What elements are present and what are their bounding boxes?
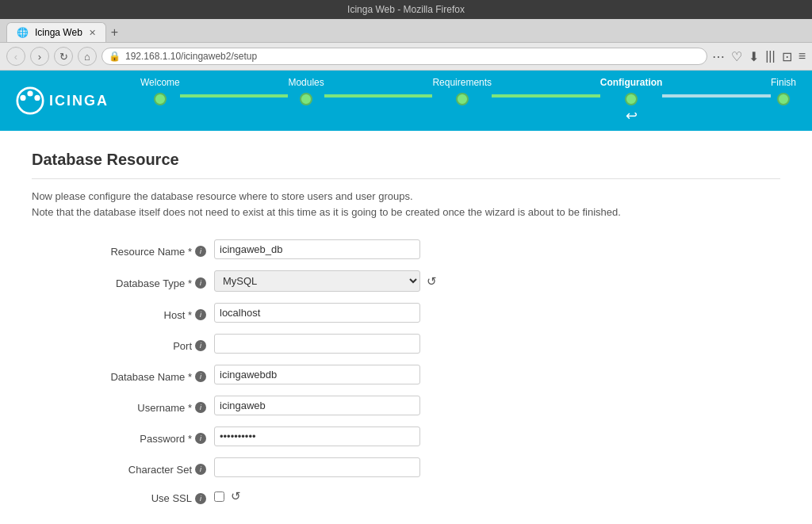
database-resource-form: Resource Name * i Database Type * i MySQ…	[32, 239, 571, 504]
step-welcome-label: Welcome	[140, 77, 180, 88]
host-control	[214, 303, 571, 323]
new-tab-button[interactable]: +	[106, 24, 123, 41]
step-requirements-label: Requirements	[432, 77, 492, 88]
page-title: Database Resource	[32, 151, 780, 179]
password-control	[214, 426, 571, 446]
description-line1: Now please configure the database resour…	[32, 189, 780, 205]
database-type-label: Database Type * i	[32, 270, 206, 292]
step-requirements: Requirements	[432, 77, 492, 105]
step-finish: Finish	[771, 77, 796, 105]
menu-icon[interactable]: ≡	[799, 49, 806, 63]
port-input[interactable]	[214, 334, 420, 354]
password-info-icon[interactable]: i	[195, 433, 206, 444]
step-finish-dot	[777, 93, 790, 105]
logo-text: iCInGA	[49, 93, 109, 109]
page-description: Now please configure the database resour…	[32, 189, 780, 220]
description-line2: Note that the database itself does not n…	[32, 205, 780, 220]
step-connector-4	[662, 94, 771, 98]
database-name-control	[214, 365, 571, 384]
svg-point-2	[27, 90, 33, 96]
port-info-icon[interactable]: i	[195, 340, 206, 351]
username-label: Username * i	[32, 396, 206, 415]
browser-titlebar: Icinga Web - Mozilla Firefox	[0, 0, 812, 19]
step-configuration-arrow: ↩	[626, 107, 638, 124]
step-connector-3	[492, 94, 600, 98]
port-label: Port i	[32, 334, 206, 354]
security-icon: 🔒	[109, 51, 121, 62]
step-configuration-label: Configuration	[600, 77, 663, 88]
database-type-select[interactable]: MySQL PostgreSQL	[214, 270, 420, 292]
character-set-control	[214, 457, 571, 477]
reload-nav-button[interactable]: ↻	[54, 47, 73, 66]
resource-name-input[interactable]	[214, 239, 420, 259]
synced-tabs-icon[interactable]: ⊡	[782, 49, 792, 64]
step-welcome: Welcome	[140, 77, 180, 105]
host-label: Host * i	[32, 303, 206, 323]
resource-name-label: Resource Name * i	[32, 239, 206, 259]
resource-name-control	[214, 239, 571, 259]
database-name-label: Database Name * i	[32, 365, 206, 384]
username-control	[214, 396, 571, 415]
svg-point-1	[20, 95, 25, 101]
username-input[interactable]	[214, 396, 420, 415]
use-ssl-checkbox[interactable]	[214, 491, 224, 502]
step-modules-dot	[300, 93, 312, 105]
use-ssl-refresh-icon[interactable]: ↺	[231, 489, 241, 503]
tab-favicon: 🌐	[17, 27, 29, 38]
main-content: Database Resource Now please configure t…	[0, 131, 812, 524]
database-name-input[interactable]	[214, 365, 420, 384]
step-welcome-dot	[154, 93, 167, 105]
database-type-info-icon[interactable]: i	[195, 277, 206, 289]
browser-actions: ⋯ ♡ ⬇ ||| ⊡ ≡	[712, 49, 806, 64]
host-input[interactable]	[214, 303, 420, 323]
step-connector-1	[180, 94, 289, 98]
character-set-input[interactable]	[214, 457, 420, 477]
bookmarks-library-icon[interactable]: |||	[765, 49, 775, 63]
icinga-logo-icon	[16, 86, 44, 115]
address-bar[interactable]: 🔒 192.168.1.10/icingaweb2/setup	[102, 48, 707, 65]
resource-name-info-icon[interactable]: i	[195, 246, 206, 257]
tab-label: Icinga Web	[35, 27, 82, 38]
use-ssl-control: ↺	[214, 488, 571, 504]
step-connector-2	[324, 94, 433, 98]
database-type-refresh-icon[interactable]: ↺	[427, 274, 437, 289]
download-icon[interactable]: ⬇	[749, 49, 759, 64]
database-type-control: MySQL PostgreSQL ↺	[214, 270, 571, 292]
username-info-icon[interactable]: i	[195, 402, 206, 413]
tab-bar: 🌐 Icinga Web ✕ +	[0, 19, 812, 43]
icinga-nav: iCInGA Welcome Modules Requirements	[0, 71, 812, 131]
back-nav-button[interactable]: ‹	[6, 47, 25, 66]
bookmark-icon[interactable]: ♡	[731, 49, 742, 64]
step-modules-label: Modules	[288, 77, 324, 88]
browser-tab[interactable]: 🌐 Icinga Web ✕	[6, 22, 106, 42]
icinga-header: iCInGA Welcome Modules Requirements	[0, 71, 812, 131]
tab-close-button[interactable]: ✕	[89, 28, 96, 38]
step-requirements-dot	[456, 93, 469, 105]
character-set-info-icon[interactable]: i	[195, 464, 206, 475]
step-modules: Modules	[288, 77, 324, 105]
database-name-info-icon[interactable]: i	[195, 371, 206, 382]
step-configuration-dot	[625, 93, 638, 105]
icinga-logo: iCInGA	[16, 86, 109, 115]
password-input[interactable]	[214, 426, 420, 446]
use-ssl-info-icon[interactable]: i	[195, 493, 206, 504]
url-text: 192.168.1.10/icingaweb2/setup	[125, 51, 257, 62]
step-configuration: Configuration ↩	[600, 77, 663, 124]
step-finish-label: Finish	[771, 77, 796, 88]
forward-nav-button[interactable]: ›	[30, 47, 49, 66]
more-tools-icon[interactable]: ⋯	[712, 49, 725, 64]
port-control	[214, 334, 571, 354]
browser-controls: ‹ › ↻ ⌂ 🔒 192.168.1.10/icingaweb2/setup …	[0, 43, 812, 71]
use-ssl-label: Use SSL i	[32, 488, 206, 504]
password-label: Password * i	[32, 426, 206, 446]
host-info-icon[interactable]: i	[195, 309, 206, 320]
home-nav-button[interactable]: ⌂	[78, 47, 97, 66]
svg-point-3	[34, 95, 40, 101]
character-set-label: Character Set i	[32, 457, 206, 477]
browser-title: Icinga Web - Mozilla Firefox	[347, 4, 465, 15]
